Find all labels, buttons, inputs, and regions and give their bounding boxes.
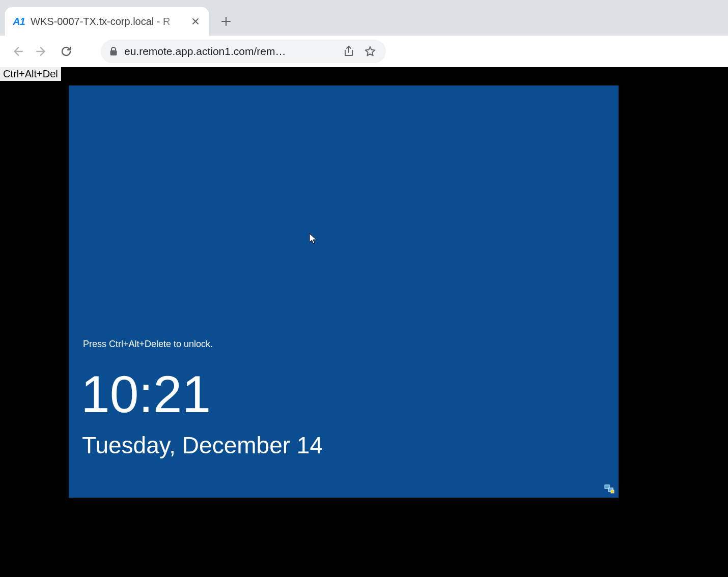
url-text: eu.remote.app.action1.com/rem… bbox=[124, 45, 335, 57]
reload-button[interactable] bbox=[56, 41, 76, 62]
new-tab-button[interactable] bbox=[215, 10, 237, 33]
browser-toolbar: eu.remote.app.action1.com/rem… bbox=[0, 36, 728, 67]
svg-rect-0 bbox=[110, 50, 117, 55]
share-icon bbox=[343, 45, 354, 57]
plus-icon bbox=[221, 16, 231, 26]
arrow-right-icon bbox=[35, 45, 48, 58]
arrow-left-icon bbox=[11, 45, 24, 58]
browser-tabbar: A1 WKS-0007-TX.tx-corp.local - R bbox=[0, 0, 728, 36]
reload-icon bbox=[60, 45, 72, 57]
svg-rect-3 bbox=[611, 490, 614, 493]
bookmark-button[interactable] bbox=[362, 45, 378, 57]
lockscreen-time: 10:21 bbox=[81, 368, 211, 420]
share-button[interactable] bbox=[341, 45, 356, 57]
ctrl-alt-del-button[interactable]: Ctrl+Alt+Del bbox=[0, 67, 62, 81]
mouse-cursor-icon bbox=[309, 233, 317, 244]
tab-title: WKS-0007-TX.tx-corp.local - R bbox=[31, 16, 184, 27]
close-tab-button[interactable] bbox=[189, 15, 202, 27]
star-icon bbox=[364, 45, 376, 57]
remote-windows-lockscreen[interactable]: Press Ctrl+Alt+Delete to unlock. 10:21 T… bbox=[69, 85, 619, 498]
remote-session-viewport[interactable]: Ctrl+Alt+Del Press Ctrl+Alt+Delete to un… bbox=[0, 67, 728, 577]
back-button[interactable] bbox=[7, 41, 27, 62]
forward-button[interactable] bbox=[32, 41, 52, 62]
lockscreen-hint: Press Ctrl+Alt+Delete to unlock. bbox=[83, 339, 213, 350]
browser-tab[interactable]: A1 WKS-0007-TX.tx-corp.local - R bbox=[5, 7, 209, 36]
address-bar[interactable]: eu.remote.app.action1.com/rem… bbox=[101, 40, 386, 63]
network-icon bbox=[604, 484, 614, 494]
lockscreen-date: Tuesday, December 14 bbox=[82, 431, 323, 459]
close-icon bbox=[191, 17, 200, 25]
network-tray-icon[interactable] bbox=[604, 484, 614, 494]
favicon-action1-icon: A1 bbox=[12, 15, 25, 28]
lock-icon bbox=[109, 46, 118, 56]
